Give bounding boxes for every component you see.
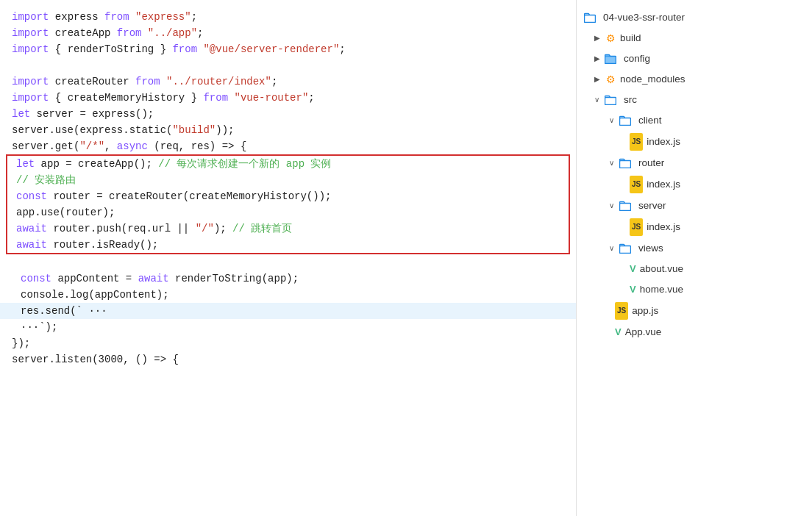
svg-rect-0 xyxy=(585,15,596,23)
tree-item-label: home.vue xyxy=(640,282,683,298)
js-badge: JS xyxy=(630,133,643,151)
chevron-down-icon: ∨ xyxy=(609,155,618,171)
tree-item-node-modules[interactable]: ▶ ⚙ node_modules xyxy=(577,69,812,90)
gear-folder-icon: ⚙ xyxy=(605,32,616,44)
tree-item-label: index.js xyxy=(647,176,680,193)
js-badge: JS xyxy=(615,302,628,320)
chevron-down-icon: ∨ xyxy=(609,112,618,129)
folder-icon xyxy=(584,12,599,23)
svg-rect-6 xyxy=(620,246,631,254)
code-line: console.log(appContent); xyxy=(0,287,576,303)
code-line: }); xyxy=(0,335,576,351)
code-line: ···`); xyxy=(0,319,576,335)
svg-rect-3 xyxy=(620,118,631,126)
vue-badge: V xyxy=(630,282,636,298)
tree-root[interactable]: 04-vue3-ssr-router xyxy=(577,7,812,28)
tree-root-label: 04-vue3-ssr-router xyxy=(603,10,685,26)
tree-item-router-index[interactable]: JS index.js xyxy=(577,173,812,196)
code-line: import express from "express"; xyxy=(0,9,576,25)
js-badge: JS xyxy=(630,176,643,193)
tree-item-config[interactable]: ▶ config xyxy=(577,49,812,69)
code-line: import createRouter from "../router/inde… xyxy=(0,74,576,90)
tree-item-views[interactable]: ∨ views xyxy=(577,238,812,259)
chevron-right-icon: ▶ xyxy=(594,30,603,46)
tree-item-app-vue[interactable]: V App.vue xyxy=(577,322,812,343)
code-panel: import express from "express"; import cr… xyxy=(0,0,577,516)
tree-item-label: index.js xyxy=(647,219,680,235)
vue-badge: V xyxy=(615,324,622,340)
tree-item-about-vue[interactable]: V about.vue xyxy=(577,259,812,279)
tree-item-label: app.js xyxy=(632,303,658,319)
code-line: server.use(express.static("build")); xyxy=(0,122,576,138)
tree-item-client[interactable]: ∨ client xyxy=(577,110,812,131)
tree-item-label: build xyxy=(620,30,641,46)
folder-icon xyxy=(619,115,635,126)
tree-item-home-vue[interactable]: V home.vue xyxy=(577,279,812,300)
code-line: await router.isReady(); xyxy=(7,237,569,253)
tree-item-build[interactable]: ▶ ⚙ build xyxy=(577,28,812,49)
tree-item-client-index[interactable]: JS index.js xyxy=(577,131,812,153)
code-line: const router = createRouter(createMemory… xyxy=(7,188,569,204)
code-line: import { renderToString } from "@vue/ser… xyxy=(0,41,576,57)
tree-item-label: index.js xyxy=(647,134,680,150)
highlight-block: let app = createApp(); // 每次请求创建一个新的 app… xyxy=(6,154,570,254)
code-line: const appContent = await renderToString(… xyxy=(0,270,576,287)
code-line: // 安装路由 xyxy=(7,172,569,188)
folder-icon xyxy=(619,243,635,254)
svg-rect-2 xyxy=(605,98,616,105)
chevron-right-icon: ▶ xyxy=(594,71,603,87)
code-line: res.send(` ··· xyxy=(0,303,576,319)
file-tree-panel: 04-vue3-ssr-router ▶ ⚙ build ▶ config ▶ … xyxy=(577,0,812,516)
code-line-empty xyxy=(0,254,576,270)
svg-rect-5 xyxy=(620,204,631,211)
svg-rect-4 xyxy=(620,161,631,168)
code-line: server.listen(3000, () => { xyxy=(0,351,576,368)
chevron-down-icon: ∨ xyxy=(594,92,603,108)
chevron-down-icon: ∨ xyxy=(609,198,618,214)
tree-item-label: src xyxy=(624,92,637,108)
tree-item-label: App.vue xyxy=(625,324,662,340)
tree-item-label: node_modules xyxy=(620,71,685,87)
chevron-down-icon: ∨ xyxy=(609,240,618,257)
tree-item-app-js[interactable]: JS app.js xyxy=(577,300,812,322)
code-line: let server = express(); xyxy=(0,106,576,122)
code-line: import createApp from "../app"; xyxy=(0,25,576,41)
svg-rect-1 xyxy=(605,57,616,64)
code-line: server.get("/*", async (req, res) => { xyxy=(0,138,576,154)
folder-icon xyxy=(605,54,620,64)
gear-folder-icon: ⚙ xyxy=(605,74,616,85)
tree-item-router[interactable]: ∨ router xyxy=(577,153,812,173)
keyword: import xyxy=(12,9,49,25)
tree-item-label: views xyxy=(638,240,663,257)
tree-item-label: config xyxy=(624,51,650,67)
tree-item-label: about.vue xyxy=(640,261,683,277)
tree-item-label: server xyxy=(638,198,666,214)
vue-badge: V xyxy=(630,261,636,277)
code-line: app.use(router); xyxy=(7,204,569,221)
code-line: await router.push(req.url || "/"); // 跳转… xyxy=(7,221,569,237)
tree-item-label: router xyxy=(638,155,664,171)
folder-icon xyxy=(605,95,620,105)
chevron-right-icon: ▶ xyxy=(594,51,603,67)
tree-item-label: client xyxy=(638,112,662,129)
tree-item-server-index[interactable]: JS index.js xyxy=(577,216,812,238)
folder-icon xyxy=(619,158,635,168)
js-badge: JS xyxy=(630,218,643,236)
code-line: let app = createApp(); // 每次请求创建一个新的 app… xyxy=(7,156,569,172)
code-line-empty xyxy=(0,57,576,74)
tree-item-src[interactable]: ∨ src xyxy=(577,90,812,110)
folder-icon xyxy=(619,201,635,211)
code-line: import { createMemoryHistory } from "vue… xyxy=(0,90,576,106)
tree-item-server[interactable]: ∨ server xyxy=(577,196,812,216)
